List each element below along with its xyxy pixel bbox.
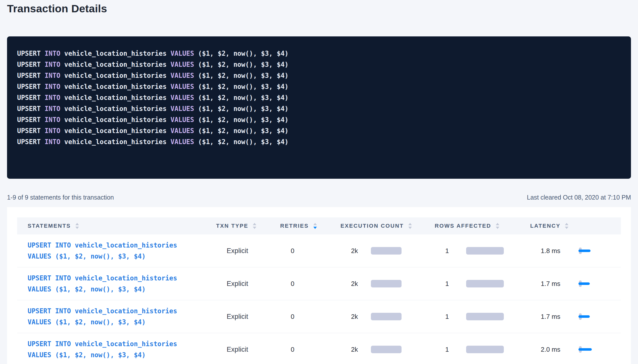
column-header-rows-affected[interactable]: ROWS AFFECTED xyxy=(435,223,530,229)
statement-table-row: UPSERT INTO vehicle_location_histories V… xyxy=(17,300,621,333)
rows-affected-value: 1 xyxy=(445,280,466,288)
statements-table: STATEMENTS TXN TYPE RETRIES EXECUTION CO… xyxy=(17,217,621,364)
rows-affected-value: 1 xyxy=(445,247,466,255)
sql-statement-line: UPSERT INTO vehicle_location_histories V… xyxy=(17,136,621,147)
sql-statements-box: UPSERT INTO vehicle_location_histories V… xyxy=(7,36,631,179)
last-cleared-text: Last cleared Oct 08, 2020 at 7:10 PM xyxy=(527,194,631,201)
sql-statement-line: UPSERT INTO vehicle_location_histories V… xyxy=(17,81,621,92)
column-header-label: LATENCY xyxy=(530,223,560,229)
column-header-execution-count[interactable]: EXECUTION COUNT xyxy=(340,223,435,229)
txn-type-value: Explicit xyxy=(227,280,248,287)
sort-arrows-icon[interactable] xyxy=(565,223,568,229)
latency-cell: 1.8 ms xyxy=(541,247,621,255)
execution-count-cell: 2k xyxy=(351,247,445,255)
retries-cell: 0 xyxy=(291,346,351,353)
retries-value: 0 xyxy=(291,346,294,353)
execution-count-bar xyxy=(371,247,402,255)
execution-count-value: 2k xyxy=(351,346,371,353)
statement-link[interactable]: UPSERT INTO vehicle_location_histories xyxy=(28,273,227,284)
execution-count-value: 2k xyxy=(351,280,371,288)
page-title: Transaction Details xyxy=(7,3,107,15)
latency-cell: 1.7 ms xyxy=(541,280,621,288)
sql-statement-line: UPSERT INTO vehicle_location_histories V… xyxy=(17,125,621,136)
table-meta-row: 1-9 of 9 statements for this transaction… xyxy=(7,194,631,202)
txn-type-cell: Explicit xyxy=(227,313,291,321)
statement-table-row: UPSERT INTO vehicle_location_histories V… xyxy=(17,234,621,267)
execution-count-bar xyxy=(371,346,402,353)
latency-bar-chart xyxy=(578,280,601,287)
sort-arrows-icon[interactable] xyxy=(408,223,412,229)
sql-statement-line: UPSERT INTO vehicle_location_histories V… xyxy=(17,48,621,59)
latency-value: 1.7 ms xyxy=(541,313,578,321)
rows-affected-bar xyxy=(466,280,504,287)
retries-cell: 0 xyxy=(291,280,351,288)
rows-affected-bar xyxy=(466,346,504,353)
sort-arrows-icon[interactable] xyxy=(253,223,256,229)
latency-value: 1.7 ms xyxy=(541,280,578,288)
statement-link[interactable]: UPSERT INTO vehicle_location_histories xyxy=(28,338,227,349)
sort-arrows-icon[interactable] xyxy=(313,223,317,229)
column-header-label: TXN TYPE xyxy=(216,223,248,229)
table-body: UPSERT INTO vehicle_location_histories V… xyxy=(17,234,621,364)
execution-count-cell: 2k xyxy=(351,280,445,288)
rows-affected-value: 1 xyxy=(445,313,466,321)
rows-affected-cell: 1 xyxy=(445,280,541,288)
sort-arrows-icon[interactable] xyxy=(496,223,499,229)
latency-bar xyxy=(578,348,592,351)
sql-statement-line: UPSERT INTO vehicle_location_histories V… xyxy=(17,70,621,81)
sql-statement-line: UPSERT INTO vehicle_location_histories V… xyxy=(17,59,621,70)
rows-affected-value: 1 xyxy=(445,346,466,353)
statement-link[interactable]: VALUES ($1, $2, now(), $3, $4) xyxy=(28,349,227,360)
execution-count-bar xyxy=(371,313,402,320)
latency-bar xyxy=(578,282,590,285)
sort-arrows-icon[interactable] xyxy=(75,223,79,229)
statement-link[interactable]: UPSERT INTO vehicle_location_histories xyxy=(28,306,227,317)
execution-count-cell: 2k xyxy=(351,313,445,321)
retries-value: 0 xyxy=(291,280,294,287)
statement-cell: UPSERT INTO vehicle_location_histories V… xyxy=(17,306,227,328)
sql-statement-line: UPSERT INTO vehicle_location_histories V… xyxy=(17,114,621,125)
statement-cell: UPSERT INTO vehicle_location_histories V… xyxy=(17,338,227,360)
rows-affected-cell: 1 xyxy=(445,346,541,353)
statement-link[interactable]: VALUES ($1, $2, now(), $3, $4) xyxy=(28,251,227,262)
execution-count-bar xyxy=(371,280,402,287)
latency-value: 1.8 ms xyxy=(541,247,578,255)
statement-link[interactable]: VALUES ($1, $2, now(), $3, $4) xyxy=(28,284,227,295)
statement-cell: UPSERT INTO vehicle_location_histories V… xyxy=(17,240,227,262)
execution-count-cell: 2k xyxy=(351,346,445,353)
statement-table-row: UPSERT INTO vehicle_location_histories V… xyxy=(17,267,621,300)
transaction-details-page: Transaction Details UPSERT INTO vehicle_… xyxy=(0,0,638,364)
txn-type-cell: Explicit xyxy=(227,247,291,255)
txn-type-value: Explicit xyxy=(227,247,248,255)
latency-value: 2.0 ms xyxy=(541,346,578,353)
txn-type-value: Explicit xyxy=(227,313,248,320)
column-header-latency[interactable]: LATENCY xyxy=(530,223,621,229)
rows-affected-cell: 1 xyxy=(445,247,541,255)
retries-cell: 0 xyxy=(291,247,351,255)
statement-link[interactable]: VALUES ($1, $2, now(), $3, $4) xyxy=(28,317,227,328)
column-header-txn-type[interactable]: TXN TYPE xyxy=(216,223,280,229)
column-header-retries[interactable]: RETRIES xyxy=(280,223,340,229)
rows-affected-bar xyxy=(466,247,504,255)
rows-affected-cell: 1 xyxy=(445,313,541,321)
retries-value: 0 xyxy=(291,247,294,255)
txn-type-value: Explicit xyxy=(227,346,248,353)
column-header-statements[interactable]: STATEMENTS xyxy=(17,223,216,229)
column-header-label: RETRIES xyxy=(280,223,309,229)
latency-bar xyxy=(578,315,590,318)
statements-count-text: 1-9 of 9 statements for this transaction xyxy=(7,194,114,201)
latency-bar xyxy=(578,250,591,252)
retries-value: 0 xyxy=(291,313,294,320)
txn-type-cell: Explicit xyxy=(227,280,291,288)
execution-count-value: 2k xyxy=(351,313,371,321)
latency-cell: 2.0 ms xyxy=(541,346,621,353)
column-header-label: STATEMENTS xyxy=(28,223,71,229)
column-header-label: ROWS AFFECTED xyxy=(435,223,491,229)
latency-cell: 1.7 ms xyxy=(541,313,621,321)
statement-link[interactable]: UPSERT INTO vehicle_location_histories xyxy=(28,240,227,251)
column-header-label: EXECUTION COUNT xyxy=(340,223,404,229)
sql-statement-line: UPSERT INTO vehicle_location_histories V… xyxy=(17,92,621,103)
statement-cell: UPSERT INTO vehicle_location_histories V… xyxy=(17,273,227,295)
sql-statement-line: UPSERT INTO vehicle_location_histories V… xyxy=(17,103,621,114)
statement-table-row: UPSERT INTO vehicle_location_histories V… xyxy=(17,333,621,364)
